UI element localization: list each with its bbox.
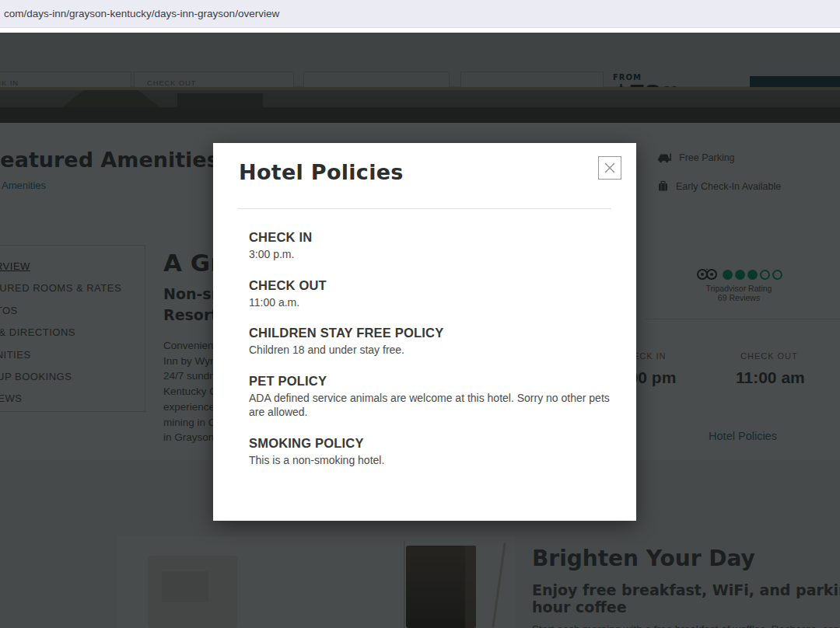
modal-divider	[238, 208, 611, 209]
url-text: com/days-inn/grayson-kentucky/days-inn-g…	[0, 8, 279, 19]
modal-body: CHECK IN 3:00 p.m. CHECK OUT 11:00 a.m. …	[249, 230, 614, 483]
screen: com/days-inn/grayson-kentucky/days-inn-g…	[0, 0, 840, 628]
close-icon	[604, 162, 616, 174]
close-button[interactable]	[598, 156, 621, 180]
policy-section-children: CHILDREN STAY FREE POLICY Children 18 an…	[249, 326, 614, 358]
policy-section-smoking: SMOKING POLICY This is a non-smoking hot…	[249, 436, 614, 468]
policy-section-pets: PET POLICY ADA defined service animals a…	[249, 374, 614, 420]
policy-section-check-in: CHECK IN 3:00 p.m.	[249, 230, 614, 262]
browser-url-bar[interactable]: com/days-inn/grayson-kentucky/days-inn-g…	[0, 0, 840, 28]
modal-title: Hotel Policies	[239, 160, 404, 184]
hotel-policies-modal: Hotel Policies CHECK IN 3:00 p.m. CHECK …	[213, 143, 636, 521]
policy-section-check-out: CHECK OUT 11:00 a.m.	[249, 278, 614, 310]
